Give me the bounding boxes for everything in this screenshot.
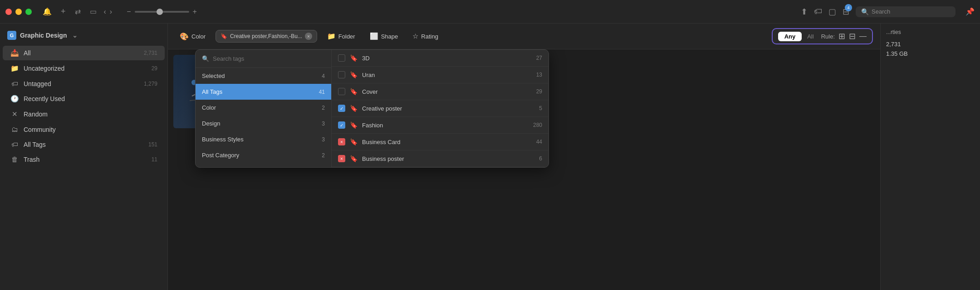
pin-icon[interactable]: 📌: [965, 7, 975, 16]
folder-icon: 📁: [10, 64, 19, 72]
sidebar-item-label: All Tags: [24, 141, 144, 148]
star-icon: ☆: [412, 32, 418, 40]
all-text: All: [807, 33, 813, 40]
rule-dash[interactable]: —: [859, 32, 867, 40]
bookmark-icon: 🔖: [350, 155, 358, 162]
titlebar-icons: 🔔 + ⇄ ▭: [43, 7, 97, 16]
tag-category-color[interactable]: Color 2: [196, 100, 331, 116]
tag-checkbox-creative-poster[interactable]: ✓: [338, 105, 345, 112]
forward-button[interactable]: ›: [110, 8, 112, 16]
tag-count: 44: [536, 139, 542, 145]
sidebar-item-untagged[interactable]: 🏷 Untagged 1,279: [3, 77, 165, 91]
tag-icon[interactable]: 🏷: [814, 7, 822, 16]
tag-list-item[interactable]: ✓ 🔖 Creative poster 5: [332, 100, 549, 117]
tag-category-business-styles[interactable]: Business Styles 3: [196, 131, 331, 147]
tag-filter-label: Creative poster,Fashion,-Bu...: [230, 33, 302, 39]
tag-category-count: 2: [322, 152, 325, 159]
search-bar[interactable]: 🔍 Search: [856, 6, 956, 17]
tag-list-item[interactable]: 🔖 3D 27: [332, 50, 549, 67]
nav-arrows: ‹ ›: [104, 8, 113, 16]
rating-filter-button[interactable]: ☆ Rating: [408, 30, 443, 43]
zoom-out-button[interactable]: −: [127, 8, 131, 16]
tag-checkbox-fashion[interactable]: ✓: [338, 121, 345, 129]
tag-name: Creative poster: [362, 105, 534, 112]
shape-filter-button[interactable]: ⬜ Shape: [365, 30, 403, 43]
tag-checkbox-cover[interactable]: [338, 88, 345, 95]
tag-list-panel: 🔖 3D 27 🔖 Uran 13: [332, 50, 549, 167]
tag-name: 3D: [362, 55, 532, 62]
sidebar-chevron: ⌄: [72, 32, 78, 39]
layout-icon[interactable]: ▭: [90, 7, 97, 16]
tag-search-box[interactable]: 🔍: [196, 50, 331, 68]
color-filter-button[interactable]: 🎨 Color: [175, 30, 210, 43]
tag-category-panel: 🔍 Selected 4 All Tags 41: [196, 50, 332, 167]
tag-list-item[interactable]: × 🔖 Business Card 44: [332, 134, 549, 150]
sidebar-item-recently-used[interactable]: 🕐 Recently Used: [3, 92, 165, 106]
sidebar-item-random[interactable]: ✕ Random: [3, 107, 165, 121]
sidebar-item-all-tags[interactable]: 🏷 All Tags 151: [3, 137, 165, 151]
minimize-button[interactable]: [15, 9, 22, 15]
zoom-slider[interactable]: [135, 11, 189, 13]
tag-checkbox-uran[interactable]: [338, 71, 345, 78]
tag-count: 5: [539, 105, 542, 111]
sidebar-item-count: 1,279: [144, 81, 157, 87]
tag-filter-button[interactable]: 🔖 Creative poster,Fashion,-Bu... ×: [216, 30, 317, 43]
tag-checkbox-3d[interactable]: [338, 54, 345, 62]
color-label: Color: [191, 33, 206, 40]
filter-badge-container: ⊟ 4: [843, 7, 849, 17]
tag-category-count: 41: [319, 89, 325, 95]
close-button[interactable]: [5, 9, 12, 15]
tag-category-design[interactable]: Design 3: [196, 116, 331, 131]
tag-count: 13: [536, 72, 542, 78]
any-button[interactable]: Any: [778, 32, 802, 41]
color-wheel-icon: 🎨: [180, 32, 189, 41]
tag-count: 6: [539, 155, 542, 162]
back-button[interactable]: ‹: [104, 8, 106, 16]
tag-name: Cover: [362, 88, 532, 95]
search-icon: 🔍: [861, 8, 869, 15]
shape-icon: ⬜: [370, 32, 378, 40]
tag-checkbox-business-poster[interactable]: ×: [338, 155, 345, 162]
sidebar-item-count: 11: [152, 156, 157, 163]
search-icon: 🔍: [202, 55, 209, 62]
tag-list-item[interactable]: ✓ 🔖 Fashion 280: [332, 117, 549, 134]
tag-list-item[interactable]: 🔖 Cover 29: [332, 83, 549, 100]
swap-icon[interactable]: ⇄: [75, 7, 81, 16]
sidebar-item-trash[interactable]: 🗑 Trash 11: [3, 152, 165, 166]
folder-icon: 📁: [327, 32, 336, 40]
shuffle-icon: ✕: [10, 110, 19, 118]
tag-checkbox-business-card[interactable]: ×: [338, 138, 345, 145]
rule-icon1[interactable]: ⊞: [838, 31, 845, 41]
zoom-thumb: [157, 9, 163, 15]
tag-category-label: All Tags: [202, 88, 222, 95]
sidebar-item-uncategorized[interactable]: 📁 Uncategorized 29: [3, 61, 165, 76]
share-icon[interactable]: ⬆: [801, 7, 808, 17]
tag-icon: 🏷: [10, 80, 19, 87]
tag-category-list: Selected 4 All Tags 41 Color 2: [196, 68, 331, 167]
rule-icon2[interactable]: ⊟: [849, 31, 856, 41]
maximize-button[interactable]: [25, 9, 32, 15]
properties-size-row: 1.35 GB: [886, 50, 975, 57]
tag-category-post-category[interactable]: Post Category 2: [196, 147, 331, 163]
sidebar-item-community[interactable]: 🗂 Community: [3, 122, 165, 136]
sidebar-item-all[interactable]: 📥 All 2,731: [3, 46, 165, 60]
add-icon[interactable]: +: [61, 7, 66, 16]
folder-filter-button[interactable]: 📁 Folder: [323, 30, 360, 43]
zoom-in-button[interactable]: +: [193, 8, 197, 16]
tag-category-all-tags[interactable]: All Tags 41: [196, 84, 331, 100]
community-icon: 🗂: [10, 126, 19, 133]
tag-list-item[interactable]: 🔖 Uran 13: [332, 67, 549, 83]
sidebar-item-count: 151: [148, 141, 157, 148]
window-icon[interactable]: ▢: [828, 7, 836, 17]
tag-category-selected[interactable]: Selected 4: [196, 68, 331, 84]
traffic-lights: [5, 9, 32, 15]
tag-dropdown: 🔍 Selected 4 All Tags 41: [195, 49, 549, 168]
bookmark-icon: 🔖: [350, 121, 358, 129]
tag-search-input[interactable]: [213, 55, 325, 62]
clock-icon: 🕐: [10, 95, 19, 103]
tag-count: 29: [536, 88, 542, 95]
tag-filter-close-button[interactable]: ×: [305, 33, 312, 40]
titlebar: 🔔 + ⇄ ▭ ‹ › − + ⬆ 🏷 ▢ ⊟ 4 🔍 Search 📌: [0, 0, 980, 24]
notification-icon[interactable]: 🔔: [43, 7, 52, 16]
tag-list-item[interactable]: × 🔖 Business poster 6: [332, 150, 549, 167]
